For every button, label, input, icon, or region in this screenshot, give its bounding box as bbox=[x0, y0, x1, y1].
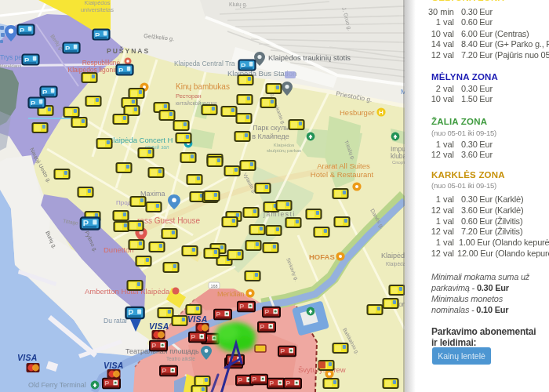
svg-text:Klaipėda: Klaipėda bbox=[386, 261, 405, 267]
svg-text:klareldami: klareldami bbox=[0, 64, 21, 68]
svg-text:Klaipeda Central Tra: Klaipeda Central Tra bbox=[174, 60, 235, 67]
svg-text:skulptūrų parkas: skulptūrų parkas bbox=[267, 148, 301, 153]
svg-text:Teatro aikštė: Teatro aikštė bbox=[166, 356, 195, 361]
svg-text:в Клайпеде: в Клайпеде bbox=[252, 132, 289, 140]
svg-text:Парк скуль: Парк скуль bbox=[253, 124, 289, 132]
svg-text:PUŠYNAS: PUŠYNAS bbox=[107, 46, 150, 55]
svg-text:Hesburger: Hesburger bbox=[340, 108, 374, 117]
svg-text:ress Guest House: ress Guest House bbox=[137, 216, 200, 225]
svg-text:Klaipėdos: Klaipėdos bbox=[85, 0, 111, 6]
svg-text:Du ratar: Du ratar bbox=[104, 317, 128, 325]
svg-text:H: H bbox=[379, 109, 384, 116]
svg-text:Klaipėda Concert H: Klaipėda Concert H bbox=[108, 136, 173, 144]
svg-text:Ресторан: Ресторан bbox=[176, 93, 202, 100]
svg-text:Meridian: Meridian bbox=[217, 290, 245, 298]
svg-text:Ararat All Suites: Ararat All Suites bbox=[317, 162, 370, 170]
svg-text:universitetas: universitetas bbox=[81, 6, 114, 13]
svg-text:Kinų bambukas: Kinų bambukas bbox=[176, 82, 230, 91]
svg-text:Klaipėdos: Klaipėdos bbox=[274, 143, 294, 147]
svg-text:Kluių g.: Kluių g. bbox=[229, 2, 247, 8]
svg-text:HOFAS: HOFAS bbox=[309, 252, 335, 261]
svg-text:168: 168 bbox=[210, 284, 217, 289]
svg-text:Klaipėdos p: Klaipėdos p bbox=[381, 252, 405, 260]
svg-text:Trys pe: Trys pe bbox=[0, 53, 22, 61]
svg-text:Old Ferry Terminal: Old Ferry Terminal bbox=[28, 381, 86, 389]
svg-text:Klaipėdos traukinių stotis: Klaipėdos traukinių stotis bbox=[268, 53, 351, 62]
svg-text:Hotel & Restaurant: Hotel & Restaurant bbox=[311, 170, 374, 179]
